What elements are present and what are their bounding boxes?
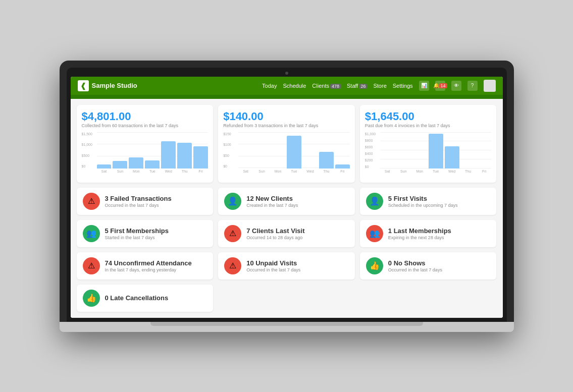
bar-wrap — [129, 132, 143, 169]
stat-card[interactable]: ⚠3 Failed TransactionsOccurred in the la… — [77, 188, 214, 215]
bar-wrap — [461, 132, 476, 169]
chart-pastdue-subtitle: Past due from 4 invoices in the last 7 d… — [365, 123, 492, 128]
nav-schedule[interactable]: Schedule — [283, 83, 306, 89]
x-labels: SatSunMonTueWedThuFri — [380, 170, 492, 178]
stat-text: 0 No ShowsOccurred in the last 7 days — [388, 259, 442, 272]
bar — [113, 161, 127, 168]
stat-icon: 👤 — [224, 193, 241, 210]
y-labels: $1,500$1,000$500$0 — [82, 132, 96, 169]
stat-card[interactable]: 👥5 First MembershipsStarted in the last … — [77, 220, 214, 247]
stats-grid: ⚠3 Failed TransactionsOccurred in the la… — [77, 188, 497, 312]
stat-icon: ⚠ — [224, 225, 241, 242]
bar — [129, 157, 143, 169]
chart-collected-amount: $4,801.00 — [82, 110, 209, 123]
chart-pastdue-amount: $1,645.00 — [365, 110, 492, 123]
x-label: Sun — [396, 170, 411, 178]
stat-card[interactable]: 👤5 First VisitsScheduled in the upcoming… — [360, 188, 497, 215]
chart-pastdue-area: $1,000$800$600$400$200$0 SatSunMonTueWed… — [365, 132, 492, 178]
x-label: Fri — [193, 170, 208, 178]
stat-desc: Occurred 14 to 28 days ago — [246, 235, 304, 240]
stat-card[interactable]: 👍0 Late Cancellations — [77, 285, 214, 312]
stat-text: 7 Clients Last VisitOccurred 14 to 28 da… — [246, 227, 304, 240]
nav-clients[interactable]: Clients478 — [312, 83, 341, 89]
stat-desc: Expiring in the next 28 days — [388, 235, 451, 240]
stat-desc: Occurred in the last 7 days — [105, 203, 172, 208]
x-label: Sat — [97, 170, 112, 178]
bar-wrap — [97, 132, 112, 169]
stat-text: 12 New ClientsCreated in the last 7 days — [246, 195, 298, 208]
stat-text: 74 Unconfirmed AttendanceIn the last 7 d… — [105, 259, 192, 272]
nav-settings[interactable]: Settings — [393, 83, 413, 89]
bell-icon[interactable]: 🔔14 — [435, 81, 445, 91]
bar-wrap — [445, 132, 459, 169]
reports-icon[interactable]: 📊 — [419, 81, 429, 91]
chart-pastdue: $1,645.00 Past due from 4 invoices in th… — [360, 105, 497, 183]
chart-collected-area: $1,500$1,000$500$0 SatSunMonTueWedThuFri — [82, 132, 209, 178]
bar-wrap — [287, 132, 301, 169]
camera — [285, 72, 288, 75]
x-labels: SatSunMonTueWedThuFri — [97, 170, 209, 178]
stat-card[interactable]: ⚠10 Unpaid VisitsOccurred in the last 7 … — [218, 252, 355, 279]
chart-collected: $4,801.00 Collected from 60 transactions… — [77, 105, 214, 183]
x-label: Tue — [429, 170, 443, 178]
bar — [429, 134, 443, 168]
screen-bezel: ❰ Sample Studio Today Schedule Clients47… — [67, 68, 507, 322]
stat-text: 0 Late Cancellations — [105, 294, 169, 302]
stat-icon: 👍 — [366, 257, 383, 274]
bar — [445, 146, 459, 168]
x-label: Fri — [477, 170, 492, 178]
help-icon[interactable]: ? — [467, 81, 478, 91]
stat-icon: 👥 — [366, 225, 383, 242]
stat-title: 1 Last Memberships — [388, 227, 451, 235]
eye-icon[interactable]: 👁 — [451, 81, 461, 91]
bar — [335, 164, 350, 168]
bar-wrap — [380, 132, 395, 169]
stat-card[interactable]: 👥1 Last MembershipsExpiring in the next … — [360, 220, 497, 247]
stat-icon: ⚠ — [224, 257, 241, 274]
x-label: Fri — [335, 170, 350, 178]
x-label: Wed — [303, 170, 318, 178]
x-label: Thu — [461, 170, 476, 178]
x-label: Sat — [380, 170, 395, 178]
bar-wrap — [429, 132, 443, 169]
x-label: Tue — [145, 170, 160, 178]
stat-card[interactable]: ⚠74 Unconfirmed AttendanceIn the last 7 … — [77, 252, 214, 279]
stat-desc: Scheduled in the upcoming 7 days — [388, 203, 458, 208]
user-avatar[interactable] — [484, 80, 496, 92]
x-label: Thu — [319, 170, 334, 178]
subheader-bar — [71, 95, 503, 99]
stat-card[interactable]: ⚠7 Clients Last VisitOccurred 14 to 28 d… — [218, 220, 355, 247]
nav-staff[interactable]: Staff26 — [347, 83, 367, 89]
stat-card[interactable]: 👍0 No ShowsOccurred in the last 7 days — [360, 252, 497, 279]
x-label: Sat — [238, 170, 253, 178]
logo-icon: ❰ — [78, 80, 89, 91]
bar-wrap — [238, 132, 253, 169]
chart-bars — [238, 132, 350, 169]
bar — [177, 143, 192, 168]
stat-icon: 👍 — [83, 290, 100, 307]
stat-icon: ⚠ — [83, 257, 100, 274]
bar — [145, 160, 160, 169]
nav-today[interactable]: Today — [262, 83, 277, 89]
charts-row: $4,801.00 Collected from 60 transactions… — [77, 105, 497, 183]
stat-title: 3 Failed Transactions — [105, 195, 172, 202]
chart-refunded-subtitle: Refunded from 3 transactions in the last… — [223, 123, 350, 128]
bar-wrap — [477, 132, 492, 169]
nav-store[interactable]: Store — [373, 83, 386, 89]
x-labels: SatSunMonTueWedThuFri — [238, 170, 350, 178]
bar-wrap — [254, 132, 269, 169]
chart-collected-subtitle: Collected from 60 transactions in the la… — [82, 123, 209, 128]
stat-title: 12 New Clients — [246, 195, 298, 202]
x-label: Sun — [113, 170, 127, 178]
stat-text: 1 Last MembershipsExpiring in the next 2… — [388, 227, 451, 240]
logo-chevron-icon: ❰ — [80, 82, 86, 89]
stat-card[interactable]: 👤12 New ClientsCreated in the last 7 day… — [218, 188, 355, 215]
x-label: Mon — [129, 170, 143, 178]
app-body: $4,801.00 Collected from 60 transactions… — [71, 99, 503, 318]
bar-wrap — [303, 132, 318, 169]
app-nav: Today Schedule Clients478 Staff26 Store … — [262, 80, 495, 92]
chart-refunded-amount: $140.00 — [223, 110, 350, 123]
bar-wrap — [319, 132, 334, 169]
chart-refunded: $140.00 Refunded from 3 transactions in … — [218, 105, 355, 183]
x-label: Wed — [161, 170, 176, 178]
